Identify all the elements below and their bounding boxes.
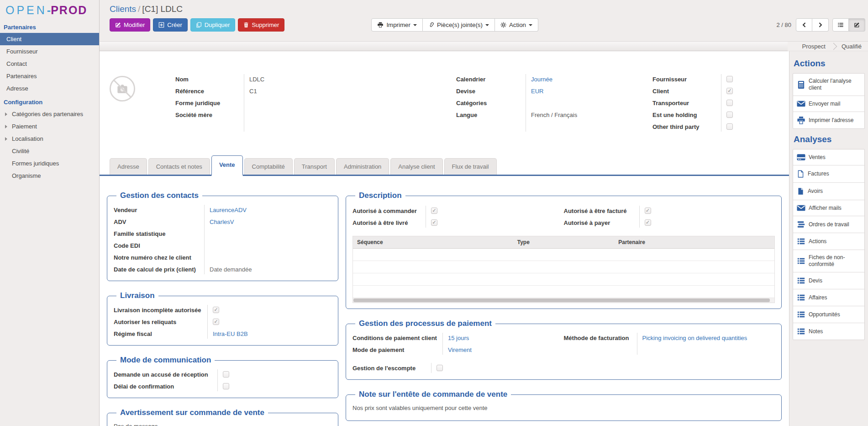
column-header-sequence[interactable]: Séquence	[353, 236, 513, 248]
action-envoyer-mail[interactable]: Envoyer mail	[793, 96, 864, 112]
sidebar-item-contact[interactable]: Contact	[0, 58, 99, 70]
regime-fiscal-link[interactable]: Intra-EU B2B	[207, 330, 248, 337]
adv-link[interactable]: CharlesV	[204, 218, 234, 225]
column-header-partenaire[interactable]: Partenaire	[614, 236, 774, 248]
column-header-type[interactable]: Type	[513, 236, 615, 248]
dupliquer-button[interactable]: Dupliquer	[190, 18, 236, 32]
action-imprimer-adresse[interactable]: Imprimer l'adresse	[793, 112, 864, 128]
sidebar-item-organisme[interactable]: Organisme	[0, 170, 99, 182]
stage-chevron-icon	[830, 43, 837, 50]
livraison-incomplete-checkbox[interactable]	[213, 307, 219, 313]
action-label: Imprimer l'adresse	[809, 117, 853, 124]
analyse-avoirs[interactable]: Avoirs	[793, 183, 864, 200]
analyse-factures[interactable]: Factures	[793, 165, 864, 183]
field-label-autorise-livre: Autorisé à être livré	[352, 219, 426, 226]
autorise-payer-checkbox[interactable]	[645, 219, 651, 226]
right-panel: Actions Calculer l'analyse client Envoye…	[789, 51, 868, 426]
analyse-afficher-mails[interactable]: Afficher mails	[793, 200, 864, 216]
stage-qualifie[interactable]: Qualifié	[842, 43, 862, 50]
sidebar-item-formes-juridiques[interactable]: Formes juridiques	[0, 157, 99, 170]
transporteur-checkbox[interactable]	[726, 100, 733, 106]
methode-facturation-link[interactable]: Picking invoicing on delivered quantitie…	[637, 335, 747, 341]
sidebar-item-civilite[interactable]: Civilité	[0, 145, 99, 157]
sidebar-section-configuration: Configuration	[0, 95, 99, 108]
supprimer-button[interactable]: Supprimer	[238, 18, 284, 32]
sidebar-item-label: Localisation	[12, 135, 43, 142]
left-sidebar: OPEN-PROD Partenaires Client Fournisseur…	[0, 0, 100, 426]
tab-administration[interactable]: Administration	[336, 158, 389, 175]
sidebar-item-client[interactable]: Client	[0, 33, 99, 45]
analyse-devis[interactable]: Devis	[793, 272, 864, 289]
avertissement-message: Pas de message	[114, 421, 331, 426]
sidebar-item-fournisseur[interactable]: Fournisseur	[0, 45, 99, 58]
sidebar-item-adresse[interactable]: Adresse	[0, 82, 99, 95]
autorise-facture-checkbox[interactable]	[645, 208, 651, 214]
gestion-escompte-checkbox[interactable]	[437, 365, 443, 371]
field-label-langue: Langue	[456, 112, 526, 118]
tab-transport[interactable]: Transport	[294, 158, 335, 175]
section-title: Note sur l'entête de commande de vente	[355, 390, 511, 399]
flag-label-client: Client	[652, 88, 721, 95]
creer-button[interactable]: Créer	[153, 18, 188, 32]
analyse-affaires[interactable]: Affaires	[793, 289, 864, 306]
conditions-paiement-link[interactable]: 15 jours	[442, 335, 469, 341]
calendrier-link[interactable]: Journée	[526, 76, 552, 83]
tab-contacts-et-notes[interactable]: Contacts et notes	[148, 158, 210, 175]
pieces-jointes-label: Pièce(s) jointe(s)	[437, 21, 483, 28]
action-dropdown[interactable]: Action	[495, 18, 538, 32]
main-area: Clients/[C1] LDLC Modifier Créer Dupliqu…	[100, 0, 868, 426]
analyse-ordres-de-travail[interactable]: Ordres de travail	[793, 216, 864, 233]
analyse-fiches-non-conformite[interactable]: Fiches de non-conformité	[793, 250, 864, 272]
analyse-label: Avoirs	[808, 188, 823, 195]
delai-confirmation-checkbox[interactable]	[223, 383, 229, 389]
stage-prospect[interactable]: Prospect	[802, 43, 826, 50]
next-record-button[interactable]	[812, 18, 829, 32]
tab-analyse-client[interactable]: Analyse client	[390, 158, 442, 175]
analyse-ventes[interactable]: Ventes	[793, 149, 864, 165]
fournisseur-checkbox[interactable]	[726, 76, 733, 82]
record-actions-group: Imprimer Pièce(s) jointe(s) Action	[371, 18, 538, 32]
tab-comptabilite[interactable]: Comptabilité	[244, 158, 293, 175]
autoriser-reliquats-checkbox[interactable]	[213, 319, 219, 325]
form-view-button[interactable]	[849, 18, 865, 32]
tab-flux-de-travail[interactable]: Flux de travail	[444, 158, 497, 175]
scrollbar-thumb[interactable]	[353, 298, 770, 302]
breadcrumb-clients-link[interactable]: Clients	[110, 4, 136, 14]
autorise-livre-checkbox[interactable]	[431, 219, 437, 226]
tab-adresse[interactable]: Adresse	[110, 158, 147, 175]
photo-placeholder[interactable]	[109, 75, 136, 133]
breadcrumb: Clients/[C1] LDLC	[110, 4, 865, 14]
client-checkbox[interactable]	[726, 88, 733, 94]
list-view-button[interactable]	[832, 18, 849, 32]
analyse-notes[interactable]: Notes	[793, 323, 864, 340]
action-calculer-analyse-client[interactable]: Calculer l'analyse client	[793, 74, 864, 96]
analyse-actions[interactable]: Actions	[793, 233, 864, 250]
holding-checkbox[interactable]	[726, 112, 733, 118]
imprimer-dropdown[interactable]: Imprimer	[371, 18, 423, 32]
field-label-calendrier: Calendrier	[456, 76, 526, 83]
sidebar-item-categories-partenaires[interactable]: Catégories des partenaires	[0, 108, 99, 120]
sidebar-item-localisation[interactable]: Localisation	[0, 133, 99, 145]
analyse-opportunites[interactable]: Opportunités	[793, 306, 864, 323]
pieces-jointes-dropdown[interactable]: Pièce(s) jointe(s)	[423, 18, 495, 32]
devise-link[interactable]: EUR	[526, 88, 543, 95]
accuse-reception-checkbox[interactable]	[223, 371, 229, 378]
sidebar-item-partenaires[interactable]: Partenaires	[0, 70, 99, 82]
section-mode-de-communication: Mode de communication Demande un accusé …	[107, 356, 338, 398]
tab-vente[interactable]: Vente	[211, 155, 243, 176]
prev-record-button[interactable]	[796, 18, 812, 32]
sidebar-item-paiement[interactable]: Paiement	[0, 120, 99, 133]
analyse-label: Notes	[809, 328, 823, 335]
autorise-commander-checkbox[interactable]	[431, 208, 437, 214]
printer-icon	[377, 22, 384, 28]
analyse-label: Afficher mails	[809, 205, 842, 212]
other-third-party-checkbox[interactable]	[726, 123, 733, 130]
calculator-icon	[797, 80, 805, 89]
field-label-autorise-facture: Autorisé à être facturé	[564, 208, 639, 214]
modifier-button[interactable]: Modifier	[110, 18, 150, 32]
paperclip-icon	[428, 22, 434, 28]
flag-label-other-third-party: Other third party	[652, 123, 721, 130]
vendeur-link[interactable]: LaurenceADV	[204, 207, 247, 213]
app-logo[interactable]: OPEN-PROD	[0, 0, 99, 20]
mode-paiement-link[interactable]: Virement	[442, 346, 472, 353]
